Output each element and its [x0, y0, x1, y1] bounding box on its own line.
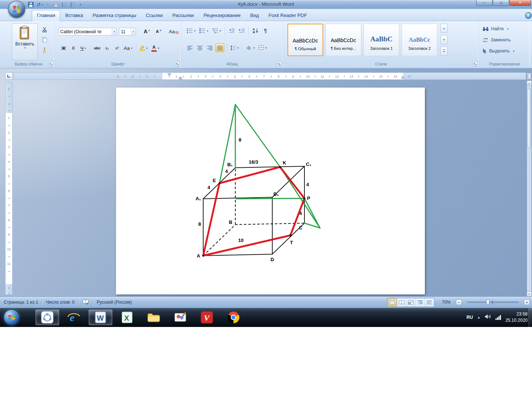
multilevel-list-button[interactable]: ▼	[211, 26, 222, 35]
font-family-combo[interactable]: Calibri (Основной те ▼	[58, 28, 117, 35]
find-button[interactable]: Найти▼	[482, 24, 509, 33]
styles-gallery-expand[interactable]: ▼	[440, 47, 447, 56]
ruler-toggle-button[interactable]	[527, 73, 531, 79]
page-indicator[interactable]: Страница: 1 из 1	[0, 297, 42, 308]
tab-view[interactable]: Вид	[245, 10, 264, 21]
taskbar-geogebra-button[interactable]	[35, 310, 59, 325]
taskbar-paint-button[interactable]	[168, 310, 192, 325]
language-tray-indicator[interactable]: RU	[467, 315, 473, 320]
copy-button[interactable]	[40, 35, 49, 44]
web-layout-view-button[interactable]	[406, 299, 415, 306]
hidden-icons-arrow[interactable]: ▲	[477, 316, 480, 319]
proofing-status[interactable]	[79, 297, 93, 308]
style-heading1[interactable]: AaBbC Заголовок 1	[364, 24, 399, 56]
format-painter-button[interactable]	[40, 46, 49, 55]
h-ruler[interactable]: 3211234567891011121314151617	[13, 72, 526, 80]
v-ruler[interactable]: 21123456789101112	[5, 82, 13, 295]
replace-button[interactable]: Заменить	[482, 35, 511, 44]
align-right-button[interactable]	[205, 43, 214, 52]
styles-scroll-down[interactable]: ▼	[440, 35, 447, 44]
zoom-slider-thumb[interactable]	[486, 300, 490, 305]
office-button[interactable]	[8, 1, 25, 18]
bullets-button[interactable]: ▼	[185, 26, 197, 35]
font-size-combo[interactable]: 11 ▼	[119, 28, 136, 35]
taskbar-explorer-button[interactable]	[142, 310, 166, 325]
grow-font-button[interactable]: А▲	[143, 27, 151, 36]
zoom-in-button[interactable]: +	[524, 299, 530, 305]
change-case-button[interactable]: Аа▼	[123, 44, 134, 52]
shading-button[interactable]: ▼	[245, 43, 256, 52]
tab-home[interactable]: Главная	[32, 10, 60, 21]
taskbar-chrome-button[interactable]	[222, 310, 245, 325]
clear-formatting-button[interactable]: Аа	[168, 27, 180, 36]
clock[interactable]: 23:58 25.10.2020	[505, 311, 528, 324]
outline-view-button[interactable]	[416, 299, 424, 306]
font-color-button[interactable]: А▼	[150, 44, 161, 52]
start-button[interactable]	[4, 310, 19, 325]
decrease-indent-button[interactable]	[227, 26, 236, 35]
styles-scroll-up[interactable]: ▲	[440, 24, 447, 33]
increase-indent-button[interactable]	[237, 26, 246, 35]
language-indicator[interactable]: Русский (Россия)	[93, 297, 136, 308]
draft-view-button[interactable]	[425, 299, 434, 306]
network-icon[interactable]	[495, 315, 501, 320]
superscript-button[interactable]: х²	[113, 44, 122, 52]
zoom-slider[interactable]	[467, 301, 519, 303]
shrink-font-button[interactable]: А▼	[154, 27, 163, 36]
word-count[interactable]: Число слов: 0	[42, 297, 78, 308]
font-dialog-launcher[interactable]	[175, 62, 180, 66]
line-spacing-button[interactable]: ▼	[229, 43, 240, 52]
fullscreen-reading-view-button[interactable]	[397, 299, 406, 306]
left-indent-marker[interactable]	[179, 79, 182, 80]
clipboard-dialog-launcher[interactable]	[48, 62, 53, 66]
style-normal[interactable]: AaBbCcDc ¶ Обычный	[287, 24, 323, 56]
style-no-spacing[interactable]: AaBbCcDc ¶ Без интер...	[325, 24, 361, 56]
style-heading2[interactable]: AaBbCc Заголовок 2	[402, 24, 437, 56]
taskbar-internet-explorer-button[interactable]: e	[62, 310, 86, 325]
numbering-button[interactable]: ▼	[198, 26, 209, 35]
cut-button[interactable]	[40, 25, 49, 34]
justify-icon	[217, 45, 223, 50]
paste-button[interactable]: Вставить ▼	[12, 23, 38, 60]
tab-references[interactable]: Ссылки	[141, 10, 168, 21]
sort-button[interactable]: АЯ	[251, 26, 260, 35]
minimize-button[interactable]: —	[476, 0, 492, 6]
strikethrough-button[interactable]: abc	[93, 44, 102, 52]
volume-icon[interactable]	[485, 314, 491, 321]
taskbar-excel-button[interactable]: X	[115, 310, 139, 325]
tab-review[interactable]: Рецензирование	[199, 10, 245, 21]
print-layout-view-button[interactable]	[388, 299, 397, 306]
ruler-tick	[8, 140, 10, 140]
show-desktop-button[interactable]	[529, 308, 532, 327]
close-button[interactable]: ✕	[509, 0, 531, 6]
maximize-button[interactable]: ❏	[493, 0, 509, 6]
highlight-button[interactable]: ▼	[139, 44, 149, 52]
select-button[interactable]: Выделить▼	[482, 47, 515, 55]
borders-button[interactable]: ▼	[258, 43, 268, 52]
subscript-button[interactable]: х₂	[103, 44, 112, 52]
scroll-down-button[interactable]: ▼	[527, 291, 532, 296]
tab-foxit-reader-pdf[interactable]: Foxit Reader PDF	[264, 10, 312, 21]
tab-stop-selector[interactable]	[5, 72, 13, 80]
zoom-out-button[interactable]: −	[456, 299, 462, 305]
scrollbar-thumb[interactable]	[527, 89, 531, 148]
underline-button[interactable]: Ч▼	[79, 44, 88, 52]
taskbar-videouroki-button[interactable]: V	[195, 310, 219, 325]
tab-page-layout[interactable]: Разметка страницы	[88, 10, 141, 21]
ruler-tick	[8, 169, 10, 170]
justify-button[interactable]	[215, 43, 224, 52]
tray-date: 25.10.2020	[505, 317, 528, 324]
paragraph-dialog-launcher[interactable]	[277, 62, 282, 66]
help-button[interactable]: ?	[525, 12, 532, 19]
italic-button[interactable]: К	[69, 44, 78, 52]
scroll-up-button[interactable]: ▲	[527, 81, 532, 85]
align-center-button[interactable]	[195, 43, 204, 52]
align-left-button[interactable]	[185, 43, 194, 52]
styles-dialog-launcher[interactable]	[473, 62, 477, 66]
zoom-level[interactable]: 70%	[442, 300, 451, 305]
show-marks-button[interactable]: ¶	[261, 26, 270, 35]
bold-button[interactable]: Ж	[59, 44, 68, 52]
tab-insert[interactable]: Вставка	[60, 10, 88, 21]
taskbar-word-button[interactable]: W	[89, 310, 112, 325]
tab-mailings[interactable]: Рассылки	[168, 10, 199, 21]
